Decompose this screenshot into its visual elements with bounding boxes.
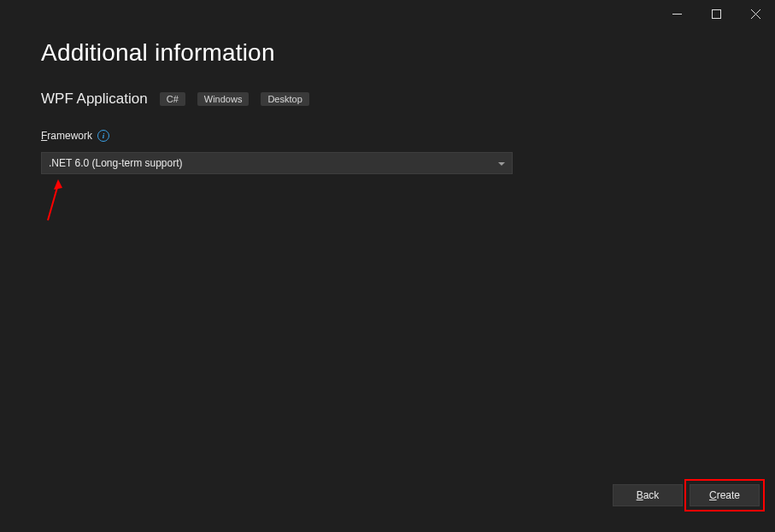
window-titlebar xyxy=(0,0,775,27)
create-button[interactable]: Create xyxy=(690,484,760,506)
info-icon[interactable]: i xyxy=(97,130,109,142)
maximize-icon xyxy=(712,9,721,19)
framework-label: Framework xyxy=(41,130,92,142)
framework-selected-value: .NET 6.0 (Long-term support) xyxy=(49,157,183,169)
minimize-icon xyxy=(672,9,682,19)
maximize-button[interactable] xyxy=(696,0,736,27)
annotation-arrow xyxy=(43,179,68,222)
close-button[interactable] xyxy=(736,0,775,27)
back-button-label: Back xyxy=(637,489,660,501)
minimize-button[interactable] xyxy=(657,0,696,27)
project-row: WPF Application C# Windows Desktop xyxy=(41,91,734,108)
close-icon xyxy=(751,9,760,19)
chevron-down-icon xyxy=(498,157,505,169)
project-name: WPF Application xyxy=(41,91,148,108)
content-area: Additional information WPF Application C… xyxy=(0,27,775,174)
back-button[interactable]: Back xyxy=(613,484,683,506)
create-button-label: Create xyxy=(709,489,740,501)
svg-rect-1 xyxy=(712,9,720,18)
framework-select[interactable]: .NET 6.0 (Long-term support) xyxy=(41,152,513,174)
tag-type: Desktop xyxy=(261,92,308,106)
footer-buttons: Back Create xyxy=(613,484,760,506)
svg-marker-5 xyxy=(54,179,62,190)
page-title: Additional information xyxy=(41,39,734,67)
framework-label-row: Framework i xyxy=(41,130,734,142)
svg-line-4 xyxy=(48,184,58,220)
tag-platform: Windows xyxy=(197,92,250,106)
tag-language: C# xyxy=(160,92,185,106)
